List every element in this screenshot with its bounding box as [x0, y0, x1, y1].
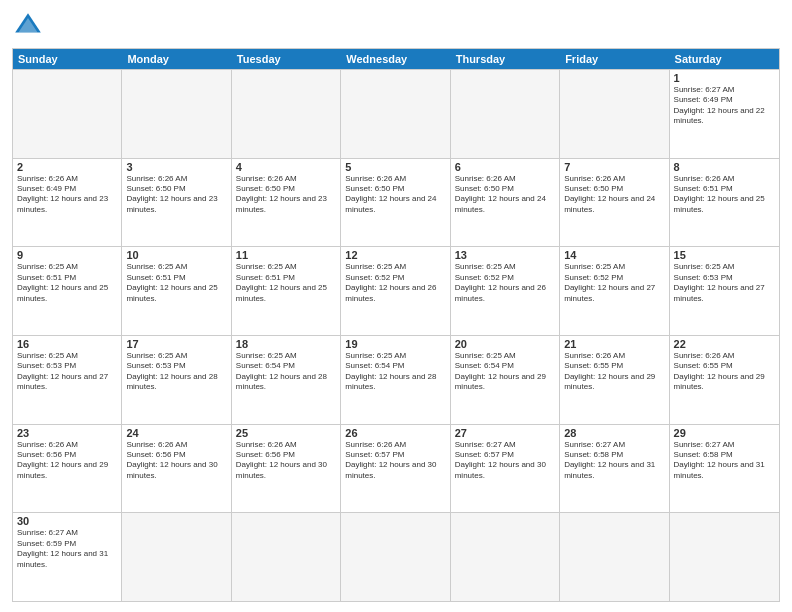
calendar-cell: 14Sunrise: 6:25 AM Sunset: 6:52 PM Dayli… — [560, 247, 669, 335]
day-number: 8 — [674, 161, 775, 173]
calendar-cell: 8Sunrise: 6:26 AM Sunset: 6:51 PM Daylig… — [670, 159, 779, 247]
calendar-cell: 23Sunrise: 6:26 AM Sunset: 6:56 PM Dayli… — [13, 425, 122, 513]
calendar-cell: 27Sunrise: 6:27 AM Sunset: 6:57 PM Dayli… — [451, 425, 560, 513]
day-number: 21 — [564, 338, 664, 350]
day-number: 19 — [345, 338, 445, 350]
calendar-cell: 24Sunrise: 6:26 AM Sunset: 6:56 PM Dayli… — [122, 425, 231, 513]
cell-sun-info: Sunrise: 6:27 AM Sunset: 6:49 PM Dayligh… — [674, 85, 775, 127]
day-number: 1 — [674, 72, 775, 84]
cell-sun-info: Sunrise: 6:25 AM Sunset: 6:54 PM Dayligh… — [236, 351, 336, 393]
day-number: 24 — [126, 427, 226, 439]
day-number: 6 — [455, 161, 555, 173]
calendar-body: 1Sunrise: 6:27 AM Sunset: 6:49 PM Daylig… — [13, 69, 779, 601]
day-number: 4 — [236, 161, 336, 173]
cell-sun-info: Sunrise: 6:27 AM Sunset: 6:58 PM Dayligh… — [674, 440, 775, 482]
day-number: 9 — [17, 249, 117, 261]
header — [12, 10, 780, 42]
day-number: 5 — [345, 161, 445, 173]
cell-sun-info: Sunrise: 6:26 AM Sunset: 6:57 PM Dayligh… — [345, 440, 445, 482]
day-number: 18 — [236, 338, 336, 350]
calendar-cell: 16Sunrise: 6:25 AM Sunset: 6:53 PM Dayli… — [13, 336, 122, 424]
day-number: 28 — [564, 427, 664, 439]
day-number: 17 — [126, 338, 226, 350]
cell-sun-info: Sunrise: 6:25 AM Sunset: 6:51 PM Dayligh… — [126, 262, 226, 304]
day-number: 15 — [674, 249, 775, 261]
cell-sun-info: Sunrise: 6:25 AM Sunset: 6:52 PM Dayligh… — [455, 262, 555, 304]
day-number: 29 — [674, 427, 775, 439]
calendar-cell: 22Sunrise: 6:26 AM Sunset: 6:55 PM Dayli… — [670, 336, 779, 424]
day-of-week-header: Thursday — [451, 49, 560, 69]
cell-sun-info: Sunrise: 6:27 AM Sunset: 6:59 PM Dayligh… — [17, 528, 117, 570]
cell-sun-info: Sunrise: 6:26 AM Sunset: 6:50 PM Dayligh… — [345, 174, 445, 216]
calendar-cell — [451, 70, 560, 158]
calendar-cell: 7Sunrise: 6:26 AM Sunset: 6:50 PM Daylig… — [560, 159, 669, 247]
calendar-cell — [122, 70, 231, 158]
cell-sun-info: Sunrise: 6:26 AM Sunset: 6:55 PM Dayligh… — [674, 351, 775, 393]
calendar-cell: 13Sunrise: 6:25 AM Sunset: 6:52 PM Dayli… — [451, 247, 560, 335]
cell-sun-info: Sunrise: 6:27 AM Sunset: 6:58 PM Dayligh… — [564, 440, 664, 482]
cell-sun-info: Sunrise: 6:25 AM Sunset: 6:53 PM Dayligh… — [674, 262, 775, 304]
calendar-header: SundayMondayTuesdayWednesdayThursdayFrid… — [13, 49, 779, 69]
calendar-cell — [122, 513, 231, 601]
calendar-cell: 1Sunrise: 6:27 AM Sunset: 6:49 PM Daylig… — [670, 70, 779, 158]
calendar-cell: 17Sunrise: 6:25 AM Sunset: 6:53 PM Dayli… — [122, 336, 231, 424]
calendar-cell — [13, 70, 122, 158]
calendar-cell — [560, 513, 669, 601]
day-number: 27 — [455, 427, 555, 439]
day-of-week-header: Wednesday — [341, 49, 450, 69]
cell-sun-info: Sunrise: 6:26 AM Sunset: 6:56 PM Dayligh… — [126, 440, 226, 482]
cell-sun-info: Sunrise: 6:25 AM Sunset: 6:52 PM Dayligh… — [345, 262, 445, 304]
cell-sun-info: Sunrise: 6:25 AM Sunset: 6:51 PM Dayligh… — [17, 262, 117, 304]
day-number: 7 — [564, 161, 664, 173]
calendar-cell: 15Sunrise: 6:25 AM Sunset: 6:53 PM Dayli… — [670, 247, 779, 335]
cell-sun-info: Sunrise: 6:25 AM Sunset: 6:54 PM Dayligh… — [345, 351, 445, 393]
cell-sun-info: Sunrise: 6:26 AM Sunset: 6:50 PM Dayligh… — [564, 174, 664, 216]
calendar-cell: 6Sunrise: 6:26 AM Sunset: 6:50 PM Daylig… — [451, 159, 560, 247]
calendar-cell — [232, 513, 341, 601]
cell-sun-info: Sunrise: 6:26 AM Sunset: 6:55 PM Dayligh… — [564, 351, 664, 393]
calendar: SundayMondayTuesdayWednesdayThursdayFrid… — [12, 48, 780, 602]
calendar-cell: 3Sunrise: 6:26 AM Sunset: 6:50 PM Daylig… — [122, 159, 231, 247]
logo-icon — [12, 10, 44, 42]
calendar-row: 23Sunrise: 6:26 AM Sunset: 6:56 PM Dayli… — [13, 424, 779, 513]
cell-sun-info: Sunrise: 6:25 AM Sunset: 6:54 PM Dayligh… — [455, 351, 555, 393]
day-number: 3 — [126, 161, 226, 173]
calendar-cell: 19Sunrise: 6:25 AM Sunset: 6:54 PM Dayli… — [341, 336, 450, 424]
cell-sun-info: Sunrise: 6:25 AM Sunset: 6:53 PM Dayligh… — [17, 351, 117, 393]
cell-sun-info: Sunrise: 6:26 AM Sunset: 6:56 PM Dayligh… — [17, 440, 117, 482]
calendar-cell: 12Sunrise: 6:25 AM Sunset: 6:52 PM Dayli… — [341, 247, 450, 335]
calendar-cell — [232, 70, 341, 158]
day-number: 25 — [236, 427, 336, 439]
calendar-cell — [341, 513, 450, 601]
calendar-row: 30Sunrise: 6:27 AM Sunset: 6:59 PM Dayli… — [13, 512, 779, 601]
calendar-cell: 30Sunrise: 6:27 AM Sunset: 6:59 PM Dayli… — [13, 513, 122, 601]
day-number: 26 — [345, 427, 445, 439]
calendar-cell: 21Sunrise: 6:26 AM Sunset: 6:55 PM Dayli… — [560, 336, 669, 424]
day-number: 30 — [17, 515, 117, 527]
day-number: 20 — [455, 338, 555, 350]
calendar-cell: 11Sunrise: 6:25 AM Sunset: 6:51 PM Dayli… — [232, 247, 341, 335]
cell-sun-info: Sunrise: 6:26 AM Sunset: 6:50 PM Dayligh… — [236, 174, 336, 216]
day-of-week-header: Friday — [560, 49, 669, 69]
day-number: 11 — [236, 249, 336, 261]
calendar-cell: 20Sunrise: 6:25 AM Sunset: 6:54 PM Dayli… — [451, 336, 560, 424]
day-number: 2 — [17, 161, 117, 173]
cell-sun-info: Sunrise: 6:27 AM Sunset: 6:57 PM Dayligh… — [455, 440, 555, 482]
cell-sun-info: Sunrise: 6:25 AM Sunset: 6:52 PM Dayligh… — [564, 262, 664, 304]
cell-sun-info: Sunrise: 6:26 AM Sunset: 6:51 PM Dayligh… — [674, 174, 775, 216]
cell-sun-info: Sunrise: 6:26 AM Sunset: 6:50 PM Dayligh… — [455, 174, 555, 216]
calendar-cell: 4Sunrise: 6:26 AM Sunset: 6:50 PM Daylig… — [232, 159, 341, 247]
cell-sun-info: Sunrise: 6:26 AM Sunset: 6:56 PM Dayligh… — [236, 440, 336, 482]
calendar-cell: 10Sunrise: 6:25 AM Sunset: 6:51 PM Dayli… — [122, 247, 231, 335]
day-number: 23 — [17, 427, 117, 439]
page: SundayMondayTuesdayWednesdayThursdayFrid… — [0, 0, 792, 612]
day-number: 12 — [345, 249, 445, 261]
calendar-cell: 29Sunrise: 6:27 AM Sunset: 6:58 PM Dayli… — [670, 425, 779, 513]
logo — [12, 10, 48, 42]
day-number: 13 — [455, 249, 555, 261]
calendar-cell: 28Sunrise: 6:27 AM Sunset: 6:58 PM Dayli… — [560, 425, 669, 513]
day-of-week-header: Monday — [122, 49, 231, 69]
day-number: 14 — [564, 249, 664, 261]
calendar-cell: 26Sunrise: 6:26 AM Sunset: 6:57 PM Dayli… — [341, 425, 450, 513]
calendar-cell: 2Sunrise: 6:26 AM Sunset: 6:49 PM Daylig… — [13, 159, 122, 247]
